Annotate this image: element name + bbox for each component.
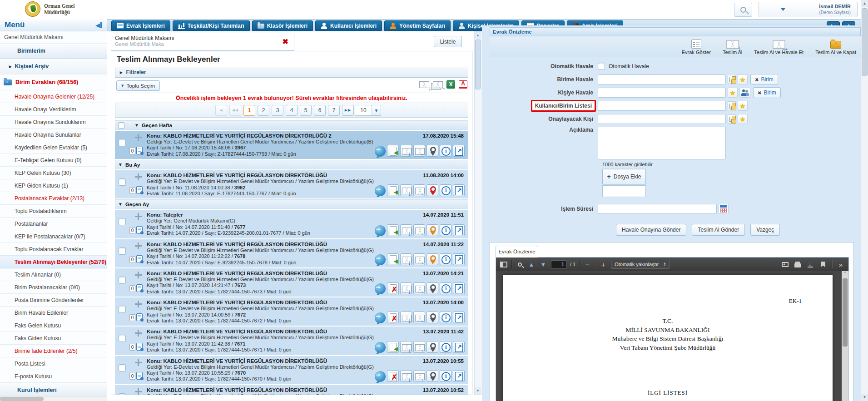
org-tree-icon[interactable] [728,75,736,84]
info-icon[interactable] [440,370,451,382]
scroll-up-icon[interactable]: ▲ [475,32,481,39]
org-tree-icon[interactable] [728,114,736,124]
pager-first-button[interactable]: ◀ [215,105,227,116]
pager-page-button[interactable]: 4 [286,105,298,116]
dosya-ekle-button[interactable]: +Dosya Ekle [602,169,646,184]
pdf-search-icon[interactable] [516,262,524,267]
pdf-page-down-icon[interactable]: ▼ [539,261,547,268]
sidebar-item-genel-m-d-rl-k-makam[interactable]: Genel Müdürlük Makamı [0,31,107,44]
sidebar-item-havale-onay-verdiklerim[interactable]: Havale Onayı Verdiklerim [0,103,107,116]
row-checkbox[interactable] [119,393,126,395]
birim-filter-chip[interactable]: Birim [750,74,778,85]
group-header-bu-ay[interactable]: ▼Bu Ay [115,160,468,169]
document-icon[interactable] [136,226,143,234]
doc-in-icon[interactable] [387,224,399,236]
mail-fwd-icon[interactable] [413,184,425,196]
ribbon-dark-icon[interactable] [427,312,438,323]
scrollbar-thumb[interactable] [0,397,44,401]
islem-suresi-input[interactable] [598,204,717,214]
select-all-checkbox[interactable] [118,122,124,129]
action-teslim-al-ve-havale-et[interactable]: Teslim Al ve Havale Et [754,38,804,57]
sidebar-item-teslim-al-nanlar-0[interactable]: Teslim Alınanlar (0) [0,268,107,281]
info-icon[interactable] [440,282,451,294]
info-icon[interactable] [440,312,451,323]
evrak-row[interactable]: 0Konu: TaleplerGeldiği Yer: Genel Müdürl… [115,210,468,238]
open-icon[interactable] [453,282,465,294]
doc-in-icon[interactable] [387,341,399,353]
mail-fwd-icon[interactable] [413,224,425,236]
close-icon[interactable]: ✖ [283,37,288,46]
excel-export-icon[interactable]: X [446,80,455,89]
scrollbar-thumb[interactable] [475,40,481,89]
evrak-row[interactable]: 0Konu: KABLO HİZMETLERİ VE YURTİÇİ REGÜL… [115,131,468,159]
pager-page-button[interactable]: 5 [300,105,312,116]
sidebar-item-havale-onay-na-sunulanlar[interactable]: Havale Onayına Sunulanlar [0,129,107,141]
scroll-up-icon[interactable]: ▲ [861,0,868,7]
row-checkbox[interactable] [119,277,126,284]
sidebar-item-birime-i-ade-edilenler-2-5[interactable]: Birime İade Edilenler (2/5) [0,345,107,357]
mail-down-icon[interactable] [400,145,412,157]
teslim-al-g-nder-button[interactable]: Teslim Al Gönder [692,224,745,236]
sidebar-item-toplu-postalanacak-evraklar[interactable]: Toplu Postalanacak Evraklar [0,243,107,256]
bubble-icon[interactable] [375,146,386,157]
sidebar-item-posta-birimine-g-nderilenler[interactable]: Posta Birimine Gönderilenler [0,294,107,307]
row-checkbox[interactable] [119,364,126,371]
ribbon-dark-icon[interactable] [427,341,438,353]
mail-fwd-icon[interactable] [413,145,425,157]
birim-filter-chip[interactable]: Birim [753,87,781,98]
evrak-row[interactable]: 0Konu: KABLO HİZMETLERİ VE YURTİÇİ REGÜL… [115,327,468,355]
people-icon[interactable] [739,88,750,98]
nav-tab-klas-r-i-lemleri[interactable]: Klasör İşlemleri [252,20,313,31]
group-header-ge-en-hafta[interactable]: ▼Geçen Hafta [115,120,468,130]
kisiye-havale-input[interactable] [598,88,726,98]
open-icon[interactable] [453,370,465,382]
sidebar-item-e-tebligat-gelen-kutusu-0[interactable]: E-Tebligat Gelen Kutusu (0) [0,154,107,167]
document-icon[interactable] [136,284,143,292]
bubble-icon[interactable] [375,342,386,353]
favorites-star-icon[interactable]: ★ [738,114,748,124]
mail-forward-icon[interactable] [433,81,443,88]
sidebar-item-birimlerim[interactable]: Birimlerim [0,44,107,59]
vazge-button[interactable]: Vazgeç [750,224,780,236]
move-icon[interactable] [135,272,142,278]
nav-tab-te-kilat-ki-i-tan-mlar[interactable]: Teşkilat/Kişi Tanımları [173,20,250,31]
scrollbar-thumb[interactable] [843,278,848,347]
info-icon[interactable] [440,341,451,353]
pdf-download-icon[interactable] [806,261,814,267]
move-icon[interactable] [135,388,142,395]
page-vertical-scrollbar[interactable]: ▲ ▼ [861,0,868,401]
pdf-page-up-icon[interactable]: ▲ [527,261,536,268]
mail-fwd-icon[interactable] [413,341,425,353]
pdf-zoom-in-icon[interactable]: + [599,261,607,268]
bubble-icon[interactable] [375,254,386,265]
pdf-page-input[interactable]: 1 [551,260,566,268]
sidebar-item-postalananlar[interactable]: Postalananlar [0,218,107,230]
mail-down-icon[interactable] [400,341,412,353]
sidebar-item-kep-ile-postalanacaklar-0-7[interactable]: KEP ile Postalanacaklar (0/7) [0,230,107,243]
mail-fwd-icon[interactable] [413,282,425,294]
row-checkbox[interactable] [119,335,126,342]
info-icon[interactable] [440,253,451,265]
favorites-star-icon[interactable]: ★ [738,74,748,84]
move-icon[interactable] [135,330,142,337]
pdf-sidebar-toggle-icon[interactable] [500,262,508,267]
move-icon[interactable] [135,134,142,141]
open-icon[interactable] [453,184,465,196]
favorites-star-icon[interactable]: ★ [728,88,738,98]
org-tree-icon[interactable] [728,101,736,110]
document-icon[interactable] [136,147,143,154]
tab-evrak-onizleme[interactable]: Evrak Önizleme [496,246,538,257]
pdf-presentation-icon[interactable] [781,262,789,267]
mail-fwd-icon[interactable] [413,370,425,382]
havale-onay-na-g-nder-button[interactable]: Havale Onayına Gönder [616,224,686,236]
row-checkbox[interactable] [119,248,126,255]
nav-tab-evrak-i-lemleri[interactable]: Evrak İşlemleri [111,20,170,31]
info-icon[interactable] [440,224,451,236]
document-icon[interactable] [136,343,143,351]
user-menu[interactable]: İsmail DEMİR (Demo Sayfası) [759,2,858,17]
open-icon[interactable] [453,145,465,157]
move-icon[interactable] [135,359,142,366]
sidebar-item-toplu-postalad-klar-m[interactable]: Toplu Postaladıklarım [0,205,107,218]
scrollbar-thumb[interactable] [862,8,868,76]
sidebar-item-kaydedilen-gelen-evraklar-5[interactable]: Kaydedilen Gelen Evraklar (5) [0,141,107,154]
